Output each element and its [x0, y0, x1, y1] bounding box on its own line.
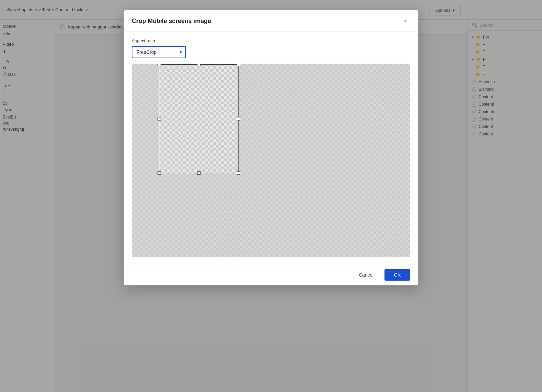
- aspect-ratio-value: FreeCrop: [132, 47, 176, 58]
- dim-top: [159, 64, 239, 64]
- modal-body: Aspect ratio FreeCrop ▾: [124, 31, 418, 264]
- modal-title: Crop Mobile screens image: [132, 18, 211, 25]
- dim-bottom: [159, 173, 239, 257]
- ok-button[interactable]: OK: [384, 269, 410, 281]
- cancel-button[interactable]: Cancel: [352, 269, 380, 281]
- aspect-ratio-label: Aspect ratio: [132, 38, 410, 43]
- aspect-ratio-select[interactable]: FreeCrop ▾: [132, 46, 186, 58]
- chevron-down-icon[interactable]: ▾: [176, 47, 185, 58]
- crop-canvas: [132, 64, 410, 257]
- dim-left: [132, 64, 159, 257]
- crop-modal: Crop Mobile screens image × Aspect ratio…: [124, 10, 418, 285]
- dim-right: [239, 64, 410, 257]
- close-button[interactable]: ×: [401, 16, 410, 26]
- modal-footer: Cancel OK: [124, 264, 418, 285]
- modal-header: Crop Mobile screens image ×: [124, 10, 418, 31]
